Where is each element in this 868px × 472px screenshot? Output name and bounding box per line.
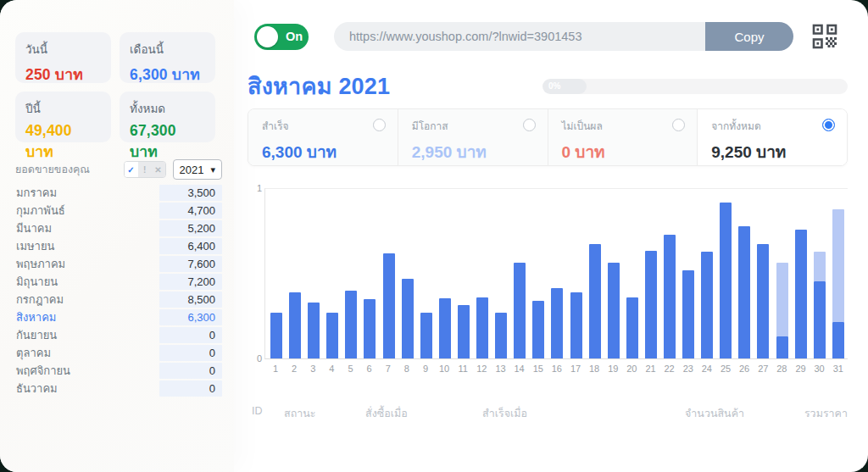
bar-day-30[interactable] [810, 189, 829, 358]
radio-total[interactable] [822, 119, 835, 131]
bar-day-18[interactable] [586, 189, 604, 358]
bar-day-2[interactable] [286, 189, 304, 358]
bar-success[interactable] [701, 252, 713, 358]
shop-url-input[interactable] [334, 22, 705, 51]
bar-day-16[interactable] [548, 189, 566, 358]
radio-success[interactable] [373, 119, 386, 131]
bar-success[interactable] [383, 253, 395, 358]
orders-column-5[interactable]: รวมราคา [787, 405, 848, 422]
bar-success[interactable] [514, 263, 526, 358]
bar-day-9[interactable] [417, 189, 436, 358]
month-row[interactable]: ธันวาคม0 [15, 380, 222, 397]
copy-button[interactable]: Copy [705, 22, 793, 51]
bar-success[interactable] [476, 297, 488, 358]
qr-code-icon[interactable] [812, 23, 839, 50]
bar-opportunity[interactable] [832, 209, 844, 322]
bar-success[interactable] [645, 251, 657, 358]
bar-day-19[interactable] [604, 189, 623, 358]
summary-seg-opportunity[interactable]: มีโอกาส 2,950 บาท [398, 109, 548, 165]
bar-success[interactable] [570, 292, 582, 358]
month-row[interactable]: มกราคม3,500 [15, 184, 222, 202]
bar-success[interactable] [551, 288, 563, 358]
bar-day-1[interactable] [267, 189, 286, 358]
bar-success[interactable] [308, 303, 320, 358]
bar-success[interactable] [420, 313, 432, 358]
bar-success[interactable] [682, 270, 694, 358]
bar-success[interactable] [757, 244, 769, 358]
bar-day-26[interactable] [735, 189, 754, 358]
month-row[interactable]: เมษายน6,400 [15, 237, 222, 255]
bar-day-4[interactable] [323, 189, 342, 358]
bar-day-25[interactable] [716, 189, 735, 358]
bar-day-21[interactable] [642, 189, 660, 358]
orders-column-2[interactable]: สั่งซื้อเมื่อ [365, 405, 482, 422]
filter-cross-icon[interactable]: ✕ [152, 162, 165, 177]
orders-column-0[interactable]: ID [252, 405, 284, 422]
bar-day-17[interactable] [567, 189, 586, 358]
bar-day-8[interactable] [398, 189, 417, 358]
month-row[interactable]: พฤษภาคม7,600 [15, 255, 222, 273]
bar-success[interactable] [289, 292, 301, 358]
bar-day-22[interactable] [660, 189, 679, 358]
radio-opportunity[interactable] [523, 119, 536, 131]
bar-success[interactable] [608, 263, 620, 358]
bar-success[interactable] [720, 203, 732, 358]
bar-day-24[interactable] [698, 189, 716, 358]
bar-success[interactable] [345, 291, 357, 358]
bar-success[interactable] [402, 279, 414, 358]
bar-day-29[interactable] [792, 189, 810, 358]
bar-day-3[interactable] [304, 189, 323, 358]
month-row[interactable]: พฤศจิกายน0 [15, 362, 222, 380]
bar-success[interactable] [626, 297, 638, 358]
summary-seg-total[interactable]: จากทั้งหมด 9,250 บาท [698, 109, 847, 165]
summary-seg-success[interactable]: สำเร็จ 6,300 บาท [248, 109, 398, 165]
bar-day-15[interactable] [529, 189, 548, 358]
bar-success[interactable] [776, 336, 788, 358]
bar-day-14[interactable] [510, 189, 529, 358]
bar-day-6[interactable] [360, 189, 379, 358]
month-row[interactable]: กุมภาพันธ์4,700 [15, 202, 222, 219]
bar-success[interactable] [495, 313, 507, 358]
bar-success[interactable] [795, 230, 807, 358]
bar-day-12[interactable] [473, 189, 492, 358]
bar-success[interactable] [364, 299, 376, 358]
bar-success[interactable] [270, 313, 282, 358]
shop-toggle[interactable]: On [254, 24, 309, 50]
bar-day-27[interactable] [754, 189, 772, 358]
bar-success[interactable] [326, 313, 338, 358]
filter-warn-icon[interactable]: ! [138, 162, 152, 177]
bar-success[interactable] [664, 235, 676, 358]
bar-day-7[interactable] [380, 189, 398, 358]
month-row[interactable]: มีนาคม5,200 [15, 219, 222, 237]
year-select[interactable]: 2021 ▾ [173, 159, 222, 180]
bar-success[interactable] [832, 322, 844, 358]
bar-day-11[interactable] [454, 189, 473, 358]
y-axis-tick-max: 1 [253, 183, 262, 193]
bar-success[interactable] [738, 226, 750, 358]
bar-day-10[interactable] [436, 189, 454, 358]
bar-opportunity[interactable] [776, 263, 788, 336]
bar-success[interactable] [439, 298, 451, 358]
orders-column-1[interactable]: สถานะ [284, 405, 365, 422]
orders-column-4[interactable]: จำนวนสินค้า [685, 405, 787, 422]
bar-success[interactable] [589, 244, 601, 358]
month-row[interactable]: กันยายน0 [15, 326, 222, 344]
month-row[interactable]: ตุลาคม0 [15, 344, 222, 362]
bar-day-5[interactable] [342, 189, 360, 358]
bar-day-13[interactable] [492, 189, 510, 358]
orders-column-3[interactable]: สำเร็จเมื่อ [482, 405, 685, 422]
filter-check-icon[interactable]: ✓ [125, 162, 138, 177]
month-row[interactable]: สิงหาคม6,300 [15, 308, 222, 326]
bar-day-31[interactable] [829, 189, 848, 358]
bar-success[interactable] [458, 305, 470, 358]
summary-seg-failed[interactable]: ไม่เป็นผล 0 บาท [548, 109, 698, 165]
bar-opportunity[interactable] [814, 252, 826, 281]
month-row[interactable]: กรกฎาคม8,500 [15, 291, 222, 308]
month-row[interactable]: มิถุนายน7,200 [15, 273, 222, 291]
bar-success[interactable] [532, 301, 544, 358]
toggle-knob[interactable] [257, 26, 278, 47]
bar-day-23[interactable] [679, 189, 698, 358]
bar-day-20[interactable] [623, 189, 642, 358]
bar-day-28[interactable] [773, 189, 792, 358]
bar-success[interactable] [814, 281, 826, 358]
